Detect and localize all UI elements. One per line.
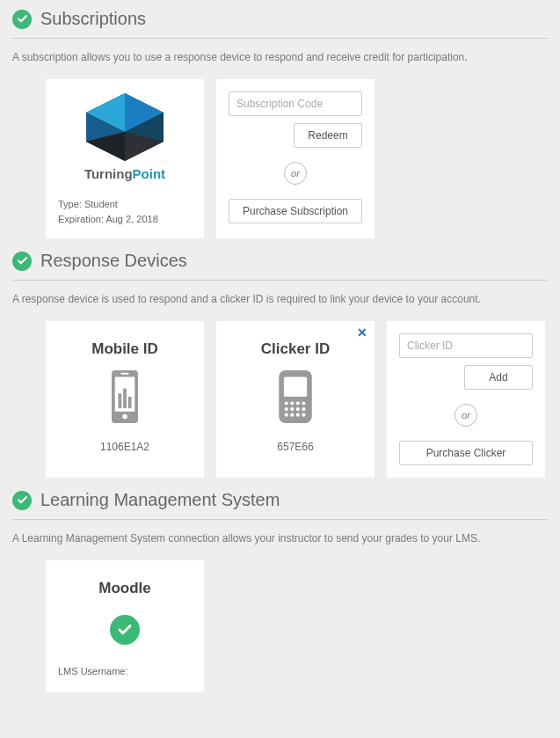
smartphone-icon [98, 370, 151, 423]
lms-card-row: Moodle LMS Username: [12, 560, 548, 692]
svg-point-18 [296, 401, 300, 405]
clicker-icon [269, 370, 322, 423]
subscription-type: Type: Student [58, 197, 158, 212]
svg-point-26 [296, 413, 300, 417]
devices-header: Response Devices [12, 251, 548, 271]
svg-point-22 [296, 407, 300, 411]
divider [12, 280, 548, 281]
check-circle-icon [12, 10, 32, 29]
svg-point-16 [285, 401, 288, 405]
divider [12, 519, 548, 520]
clicker-id-title: Clicker ID [261, 340, 330, 358]
svg-rect-13 [120, 373, 128, 375]
svg-point-20 [285, 407, 288, 411]
lms-card: Moodle LMS Username: [46, 560, 204, 692]
svg-point-27 [302, 413, 305, 417]
lms-username-label: LMS Username: [58, 666, 127, 676]
lms-description: A Learning Management System connection … [12, 532, 548, 544]
mobile-id-title: Mobile ID [91, 340, 158, 358]
svg-point-17 [290, 401, 294, 405]
svg-point-21 [290, 407, 294, 411]
or-divider: or [399, 404, 533, 427]
clicker-id-value: 657E66 [277, 441, 313, 453]
subscription-expiration: Expiration: Aug 2, 2018 [58, 212, 158, 227]
turningpoint-logo-text: TurningPoint [84, 166, 165, 181]
purchase-clicker-button[interactable]: Purchase Clicker [399, 441, 533, 465]
subscription-form-card: Redeem or Purchase Subscription [216, 79, 375, 238]
subscriptions-description: A subscription allows you to use a respo… [12, 51, 548, 63]
or-divider: or [229, 162, 362, 185]
redeem-button[interactable]: Redeem [294, 123, 362, 148]
devices-description: A response device is used to respond and… [12, 293, 548, 305]
close-icon[interactable]: ✕ [357, 326, 367, 339]
devices-card-row: Mobile ID 1106E1A2 ✕ Clicker ID [12, 321, 548, 478]
lms-title: Learning Management System [40, 490, 280, 510]
mobile-id-card: Mobile ID 1106E1A2 [46, 321, 204, 478]
purchase-subscription-button[interactable]: Purchase Subscription [229, 199, 362, 223]
subscriptions-header: Subscriptions [12, 9, 548, 29]
turningpoint-subscription-card: TurningPoint Type: Student Expiration: A… [46, 79, 204, 238]
subscriptions-card-row: TurningPoint Type: Student Expiration: A… [12, 79, 548, 238]
subscriptions-title: Subscriptions [40, 9, 146, 29]
svg-rect-11 [128, 397, 132, 408]
check-circle-icon [12, 491, 32, 510]
lms-header: Learning Management System [12, 490, 548, 510]
svg-point-12 [122, 414, 127, 420]
clicker-id-input[interactable] [399, 333, 533, 358]
svg-point-23 [302, 407, 305, 411]
svg-rect-15 [284, 377, 307, 398]
subscriptions-section: Subscriptions A subscription allows you … [12, 9, 548, 238]
svg-point-24 [285, 413, 288, 417]
check-circle-icon [12, 252, 32, 271]
add-button[interactable]: Add [464, 365, 533, 390]
mobile-id-value: 1106E1A2 [100, 441, 149, 453]
clicker-id-card: ✕ Clicker ID 657E66 [216, 321, 375, 478]
turningpoint-logo-icon [76, 93, 173, 161]
response-devices-section: Response Devices A response device is us… [12, 251, 548, 478]
devices-title: Response Devices [40, 251, 187, 271]
or-label: or [455, 404, 477, 427]
svg-point-25 [290, 413, 294, 417]
svg-point-19 [302, 401, 305, 405]
or-label: or [284, 162, 307, 185]
check-circle-icon [110, 615, 140, 645]
clicker-form-card: Add or Purchase Clicker [387, 321, 545, 478]
divider [12, 38, 548, 39]
subscription-code-input[interactable] [229, 91, 362, 116]
svg-rect-10 [123, 389, 127, 409]
svg-rect-9 [119, 393, 122, 408]
lms-section: Learning Management System A Learning Ma… [12, 490, 548, 692]
lms-name: Moodle [98, 580, 151, 597]
subscription-meta: Type: Student Expiration: Aug 2, 2018 [58, 197, 158, 226]
